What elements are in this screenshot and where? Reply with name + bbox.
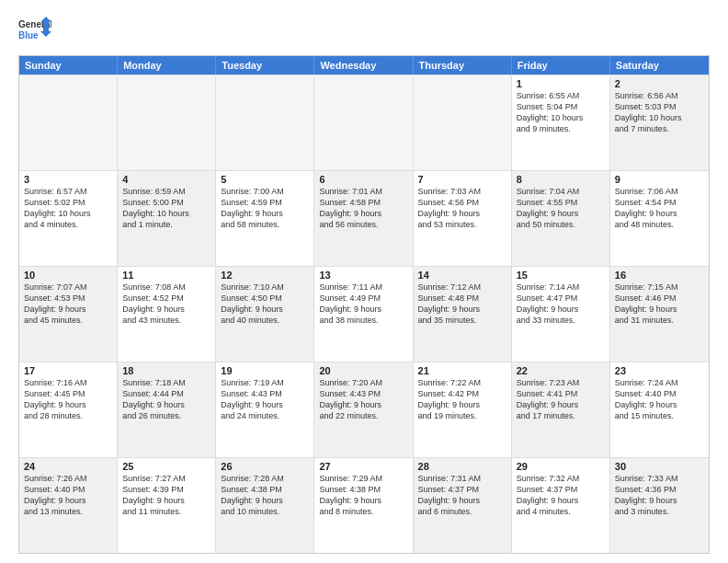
day-number: 11 [122,270,210,281]
header-day-wednesday: Wednesday [314,56,413,75]
header-day-tuesday: Tuesday [216,56,314,75]
day-info: Sunrise: 7:11 AM Sunset: 4:49 PM Dayligh… [319,282,407,327]
page-header: General Blue [18,15,710,48]
day-number: 25 [122,461,210,472]
day-info: Sunrise: 7:08 AM Sunset: 4:52 PM Dayligh… [122,282,210,327]
header-day-friday: Friday [512,56,610,75]
calendar-day-1: 1Sunrise: 6:55 AM Sunset: 5:04 PM Daylig… [512,75,610,170]
day-info: Sunrise: 7:33 AM Sunset: 4:36 PM Dayligh… [615,473,704,518]
calendar-row-2: 3Sunrise: 6:57 AM Sunset: 5:02 PM Daylig… [19,170,709,266]
calendar-day-10: 10Sunrise: 7:07 AM Sunset: 4:53 PM Dayli… [19,267,118,362]
calendar-day-19: 19Sunrise: 7:19 AM Sunset: 4:43 PM Dayli… [216,362,314,457]
day-info: Sunrise: 7:18 AM Sunset: 4:44 PM Dayligh… [122,377,210,422]
day-number: 12 [221,270,309,281]
calendar-day-18: 18Sunrise: 7:18 AM Sunset: 4:44 PM Dayli… [118,362,216,457]
logo: General Blue [18,15,51,48]
calendar-day-24: 24Sunrise: 7:26 AM Sunset: 4:40 PM Dayli… [19,458,118,553]
day-info: Sunrise: 7:10 AM Sunset: 4:50 PM Dayligh… [221,282,309,327]
day-number: 14 [418,270,506,281]
day-number: 16 [615,270,704,281]
day-number: 8 [517,174,605,185]
calendar-header: SundayMondayTuesdayWednesdayThursdayFrid… [19,56,709,75]
day-number: 7 [418,174,506,185]
calendar-empty-cell [216,75,314,170]
day-info: Sunrise: 7:19 AM Sunset: 4:43 PM Dayligh… [221,377,309,422]
day-number: 29 [517,461,605,472]
calendar-day-20: 20Sunrise: 7:20 AM Sunset: 4:43 PM Dayli… [314,362,413,457]
calendar-day-22: 22Sunrise: 7:23 AM Sunset: 4:41 PM Dayli… [512,362,610,457]
calendar-body: 1Sunrise: 6:55 AM Sunset: 5:04 PM Daylig… [19,75,709,553]
day-info: Sunrise: 7:31 AM Sunset: 4:37 PM Dayligh… [418,473,506,518]
calendar-day-15: 15Sunrise: 7:14 AM Sunset: 4:47 PM Dayli… [512,267,610,362]
day-info: Sunrise: 7:07 AM Sunset: 4:53 PM Dayligh… [24,282,112,327]
day-info: Sunrise: 7:29 AM Sunset: 4:38 PM Dayligh… [319,473,407,518]
day-info: Sunrise: 7:14 AM Sunset: 4:47 PM Dayligh… [517,282,605,327]
day-number: 30 [615,461,704,472]
calendar: SundayMondayTuesdayWednesdayThursdayFrid… [18,55,710,554]
header-day-thursday: Thursday [414,56,512,75]
day-number: 20 [319,365,407,376]
day-info: Sunrise: 7:03 AM Sunset: 4:56 PM Dayligh… [418,186,506,231]
day-info: Sunrise: 6:56 AM Sunset: 5:03 PM Dayligh… [615,90,704,135]
calendar-day-7: 7Sunrise: 7:03 AM Sunset: 4:56 PM Daylig… [414,171,512,266]
calendar-row-3: 10Sunrise: 7:07 AM Sunset: 4:53 PM Dayli… [19,266,709,362]
day-number: 1 [517,78,605,89]
day-number: 18 [122,365,210,376]
calendar-empty-cell [414,75,512,170]
day-info: Sunrise: 7:24 AM Sunset: 4:40 PM Dayligh… [615,377,704,422]
calendar-day-11: 11Sunrise: 7:08 AM Sunset: 4:52 PM Dayli… [118,267,216,362]
day-number: 22 [517,365,605,376]
day-info: Sunrise: 7:32 AM Sunset: 4:37 PM Dayligh… [517,473,605,518]
svg-text:Blue: Blue [18,30,39,40]
day-info: Sunrise: 7:27 AM Sunset: 4:39 PM Dayligh… [122,473,210,518]
day-info: Sunrise: 7:16 AM Sunset: 4:45 PM Dayligh… [24,377,112,422]
calendar-day-3: 3Sunrise: 6:57 AM Sunset: 5:02 PM Daylig… [19,171,118,266]
day-info: Sunrise: 7:22 AM Sunset: 4:42 PM Dayligh… [418,377,506,422]
day-number: 4 [122,174,210,185]
calendar-day-5: 5Sunrise: 7:00 AM Sunset: 4:59 PM Daylig… [216,171,314,266]
calendar-day-29: 29Sunrise: 7:32 AM Sunset: 4:37 PM Dayli… [512,458,610,553]
day-info: Sunrise: 7:15 AM Sunset: 4:46 PM Dayligh… [615,282,704,327]
day-number: 17 [24,365,112,376]
calendar-day-30: 30Sunrise: 7:33 AM Sunset: 4:36 PM Dayli… [610,458,709,553]
header-day-saturday: Saturday [610,56,709,75]
day-number: 10 [24,270,112,281]
day-info: Sunrise: 7:12 AM Sunset: 4:48 PM Dayligh… [418,282,506,327]
day-info: Sunrise: 7:00 AM Sunset: 4:59 PM Dayligh… [221,186,309,231]
calendar-day-25: 25Sunrise: 7:27 AM Sunset: 4:39 PM Dayli… [118,458,216,553]
day-number: 2 [615,78,704,89]
calendar-day-13: 13Sunrise: 7:11 AM Sunset: 4:49 PM Dayli… [314,267,413,362]
day-info: Sunrise: 7:23 AM Sunset: 4:41 PM Dayligh… [517,377,605,422]
day-info: Sunrise: 6:55 AM Sunset: 5:04 PM Dayligh… [517,90,605,135]
calendar-empty-cell [19,75,118,170]
header-day-monday: Monday [118,56,216,75]
day-info: Sunrise: 7:20 AM Sunset: 4:43 PM Dayligh… [319,377,407,422]
calendar-day-9: 9Sunrise: 7:06 AM Sunset: 4:54 PM Daylig… [610,171,709,266]
day-number: 21 [418,365,506,376]
calendar-day-6: 6Sunrise: 7:01 AM Sunset: 4:58 PM Daylig… [314,171,413,266]
header-day-sunday: Sunday [19,56,118,75]
day-number: 23 [615,365,704,376]
calendar-day-26: 26Sunrise: 7:28 AM Sunset: 4:38 PM Dayli… [216,458,314,553]
calendar-day-27: 27Sunrise: 7:29 AM Sunset: 4:38 PM Dayli… [314,458,413,553]
day-number: 13 [319,270,407,281]
logo-icon: General Blue [18,15,51,48]
day-number: 24 [24,461,112,472]
day-number: 15 [517,270,605,281]
day-info: Sunrise: 7:06 AM Sunset: 4:54 PM Dayligh… [615,186,704,231]
day-info: Sunrise: 6:57 AM Sunset: 5:02 PM Dayligh… [24,186,112,231]
day-info: Sunrise: 6:59 AM Sunset: 5:00 PM Dayligh… [122,186,210,231]
day-number: 3 [24,174,112,185]
day-number: 6 [319,174,407,185]
calendar-day-16: 16Sunrise: 7:15 AM Sunset: 4:46 PM Dayli… [610,267,709,362]
calendar-day-17: 17Sunrise: 7:16 AM Sunset: 4:45 PM Dayli… [19,362,118,457]
day-number: 26 [221,461,309,472]
calendar-day-2: 2Sunrise: 6:56 AM Sunset: 5:03 PM Daylig… [610,75,709,170]
day-number: 9 [615,174,704,185]
calendar-row-5: 24Sunrise: 7:26 AM Sunset: 4:40 PM Dayli… [19,457,709,553]
day-info: Sunrise: 7:28 AM Sunset: 4:38 PM Dayligh… [221,473,309,518]
day-number: 19 [221,365,309,376]
calendar-empty-cell [118,75,216,170]
day-info: Sunrise: 7:26 AM Sunset: 4:40 PM Dayligh… [24,473,112,518]
calendar-day-8: 8Sunrise: 7:04 AM Sunset: 4:55 PM Daylig… [512,171,610,266]
